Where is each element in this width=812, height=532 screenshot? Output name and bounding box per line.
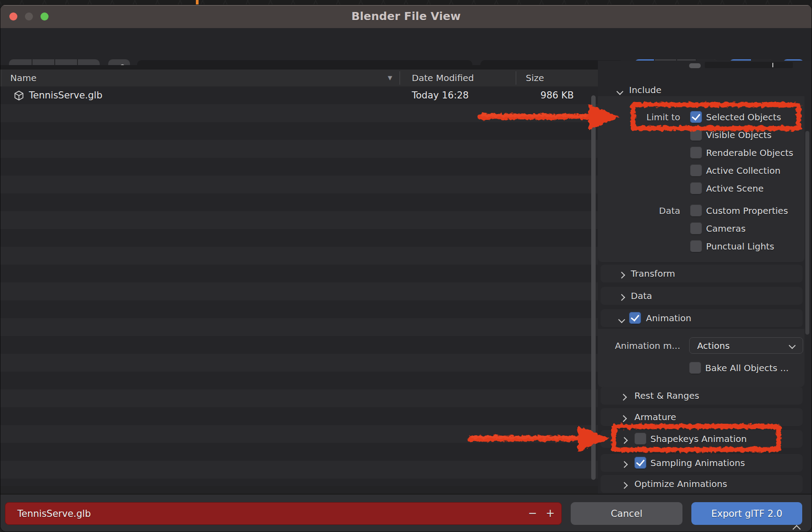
- chevron-right-icon: [619, 293, 624, 302]
- panel-header-animation[interactable]: Animation: [601, 309, 803, 327]
- sort-indicator-icon: ▼: [388, 70, 392, 86]
- panel-header-shapekeys-animation[interactable]: Shapekeys Animation: [601, 430, 803, 448]
- option-row-bake-all-objects[interactable]: Bake All Objects ...: [598, 359, 812, 377]
- column-header-name[interactable]: Name: [10, 70, 37, 86]
- checkbox-sampling-animations[interactable]: [634, 457, 646, 469]
- panel-label: Optimize Animations: [634, 475, 727, 493]
- column-divider[interactable]: [399, 71, 400, 85]
- file-date-modified: Today 16:28: [412, 86, 471, 104]
- option-row-animation-mode: Animation m... Actions: [598, 337, 812, 355]
- row-group-label: Data: [598, 202, 680, 220]
- panel-header-transform[interactable]: Transform: [601, 265, 803, 282]
- checkbox-active-scene[interactable]: [690, 182, 702, 194]
- row-group-label: Limit to: [598, 108, 680, 126]
- panel-header-optimize-animations[interactable]: Optimize Animations: [601, 475, 803, 493]
- checkbox-renderable-objects[interactable]: [690, 147, 702, 159]
- cube-3d-icon: [13, 90, 25, 102]
- panel-label: Rest & Ranges: [634, 387, 699, 405]
- panel-header-rest-ranges[interactable]: Rest & Ranges: [601, 387, 803, 405]
- panel-label: Animation: [646, 309, 691, 327]
- row-group-label: [598, 237, 680, 255]
- animation-mode-dropdown[interactable]: Actions: [689, 337, 803, 354]
- cancel-button[interactable]: Cancel: [571, 502, 682, 525]
- toolbar: ›: [0, 28, 812, 65]
- column-header-date-modified[interactable]: Date Modified: [412, 70, 474, 86]
- export-options-panel: Include Limit to Selected Objects Visibl…: [598, 61, 812, 494]
- blender-file-view-window: Blender File View ›: [0, 0, 812, 532]
- row-group-label: [598, 180, 680, 197]
- toolbar-divider: [0, 65, 598, 70]
- panel-header-sampling-animations[interactable]: Sampling Animations: [601, 454, 803, 472]
- column-divider[interactable]: [516, 71, 516, 85]
- window-title: Blender File View: [0, 5, 812, 28]
- column-header-size[interactable]: Size: [526, 70, 544, 86]
- option-row-selected-objects[interactable]: Limit to Selected Objects: [598, 108, 812, 126]
- row-group-label: [598, 162, 680, 180]
- panel-label: Armature: [634, 408, 676, 426]
- option-row-active-collection[interactable]: Active Collection: [598, 162, 812, 180]
- checkbox-cameras[interactable]: [690, 222, 702, 234]
- checkbox-label: Active Collection: [706, 162, 780, 180]
- chevron-down-icon: [617, 87, 622, 96]
- file-size: 986 KB: [521, 86, 574, 104]
- row-group-label: Animation m...: [598, 337, 680, 355]
- file-list-rows-background: [0, 86, 598, 486]
- panel-label: Transform: [631, 265, 675, 282]
- checkbox-label: Selected Objects: [706, 108, 781, 126]
- checkbox-punctual-lights[interactable]: [690, 240, 702, 252]
- option-row-renderable-objects[interactable]: Renderable Objects: [598, 144, 812, 162]
- filename-input[interactable]: TennisServe.glb − +: [5, 502, 562, 525]
- checkbox-active-collection[interactable]: [690, 164, 702, 176]
- checkbox-bake-all-objects[interactable]: [689, 362, 701, 374]
- row-group-label: [598, 126, 680, 144]
- file-list-scrollbar[interactable]: [591, 95, 596, 480]
- clipped-widget-fragment: [705, 62, 793, 68]
- chevron-right-icon: [619, 271, 624, 279]
- chevron-right-icon: [621, 393, 626, 401]
- panel-label: Sampling Animations: [650, 454, 745, 472]
- checkbox-custom-properties[interactable]: [690, 205, 702, 217]
- file-list-header: Name ▼ Date Modified Size: [0, 70, 598, 86]
- chevron-right-icon: [622, 460, 627, 469]
- panel-label: Data: [631, 287, 652, 305]
- filename-increment-button[interactable]: +: [541, 502, 559, 525]
- checkbox-label: Active Scene: [706, 180, 763, 197]
- checkbox-visible-objects[interactable]: [690, 129, 702, 141]
- option-row-active-scene[interactable]: Active Scene: [598, 180, 812, 197]
- chevron-right-icon: [622, 481, 627, 490]
- option-row-punctual-lights[interactable]: Punctual Lights: [598, 237, 812, 255]
- chevron-down-icon: [619, 315, 624, 324]
- panel-header-armature[interactable]: Armature: [601, 408, 803, 426]
- viewport-gizmo-fragment: [196, 0, 199, 4]
- checkbox-label: Custom Properties: [706, 202, 788, 220]
- scroll-more-indicator-icon[interactable]: [794, 525, 800, 532]
- checkbox-selected-objects[interactable]: [690, 111, 702, 123]
- sidebar-scrollbar[interactable]: [805, 131, 809, 335]
- file-row[interactable]: TennisServe.glb Today 16:28 986 KB: [0, 86, 598, 104]
- option-row-custom-properties[interactable]: Data Custom Properties: [598, 202, 812, 220]
- file-view-window: Blender File View ›: [0, 4, 812, 532]
- titlebar: Blender File View: [0, 5, 812, 28]
- file-list: Name ▼ Date Modified Size TennisServe.gl…: [0, 70, 598, 494]
- checkbox-animation[interactable]: [629, 312, 641, 324]
- option-row-cameras[interactable]: Cameras: [598, 220, 812, 237]
- footer-bar: TennisServe.glb − + Cancel Export glTF 2…: [0, 494, 812, 532]
- checkbox-label: Renderable Objects: [706, 144, 793, 162]
- dropdown-value: Actions: [690, 340, 730, 351]
- file-name: TennisServe.glb: [29, 86, 102, 104]
- row-group-label: [598, 144, 680, 162]
- clipped-cursor-fragment: [772, 63, 773, 67]
- clipped-widget-fragment: [689, 63, 701, 68]
- checkbox-shapekeys-animation[interactable]: [634, 433, 646, 445]
- filename-value: TennisServe.glb: [5, 508, 91, 519]
- filename-decrement-button[interactable]: −: [524, 502, 541, 525]
- checkbox-label: Punctual Lights: [706, 237, 774, 255]
- option-row-visible-objects[interactable]: Visible Objects: [598, 126, 812, 144]
- chevron-right-icon: [621, 414, 626, 423]
- chevron-down-icon: [789, 342, 796, 349]
- row-group-label: [598, 220, 680, 237]
- export-gltf-button[interactable]: Export glTF 2.0: [691, 502, 802, 525]
- panel-header-data[interactable]: Data: [601, 287, 803, 305]
- checkbox-label: Cameras: [706, 220, 746, 237]
- chevron-right-icon: [622, 436, 627, 445]
